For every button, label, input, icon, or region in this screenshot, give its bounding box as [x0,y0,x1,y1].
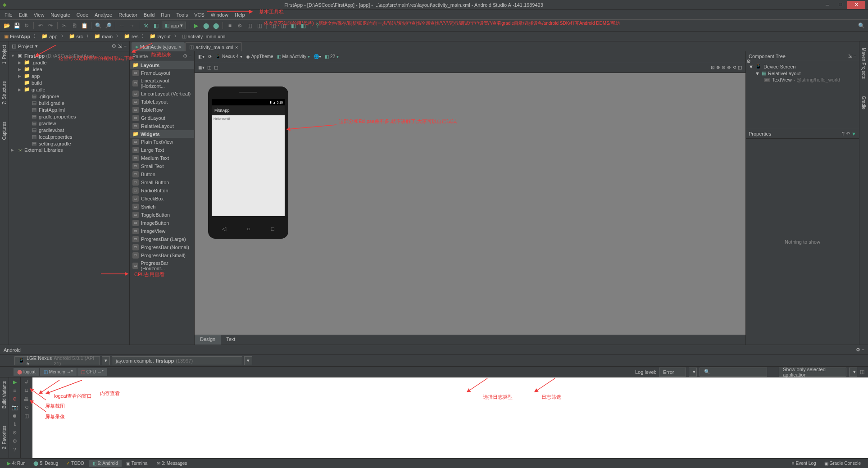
log-level-dropdown[interactable]: ▾ [689,368,697,377]
toggle-icon[interactable]: ◧▾ [198,54,205,59]
run-icon[interactable]: ▶ [192,22,200,30]
panel-hide-icon[interactable]: − [124,43,127,49]
crumb-layout[interactable]: 📁layout [148,33,172,39]
tab-android[interactable]: ◧6: Android [89,460,122,467]
menu-navigate[interactable]: Navigate [48,11,73,18]
ddms-icon[interactable]: ◧ [299,22,307,30]
palette-item[interactable]: ▭ImageView [130,227,194,235]
zoom-out-icon[interactable]: ⊖ [727,65,731,70]
palette-item[interactable]: ▭LinearLayout (Vertical) [130,90,194,98]
log-level-selector[interactable]: Error [659,368,686,377]
zoom-reset-icon[interactable]: ⊙ [722,65,725,70]
sidetab-maven[interactable]: Maven Projects [861,46,867,81]
menu-file[interactable]: File [2,11,15,18]
palette-item[interactable]: ▭CheckBox [130,195,194,203]
tree-item[interactable]: ▤gradlew.bat [9,127,129,133]
logcat-output[interactable]: 内存查看 logcat查看的窗口 屏幕截图 屏幕录像 选择日志类型 日志筛选 [32,377,868,458]
mode-icon[interactable]: ◫ [214,65,218,70]
refresh-icon[interactable]: ⟲ [732,65,736,70]
tree-item[interactable]: ▤build.gradle [9,100,129,106]
refresh-icon[interactable]: ↻ [23,22,31,30]
replace-icon[interactable]: 🔎 [104,22,112,30]
sdk-icon[interactable]: ◧ [289,22,297,30]
palette-item[interactable]: ▭TableRow [130,106,194,114]
tab-design[interactable]: Design [195,335,221,345]
palette-item[interactable]: ▭Small Text [130,162,194,170]
palette-item[interactable]: ▭Medium Text [130,154,194,162]
help-icon[interactable]: ? [842,131,845,136]
palette-item[interactable]: ▭GridLayout [130,114,194,122]
panel-gear-icon[interactable]: ⚙ [746,59,751,64]
close-button[interactable]: ✕ [847,1,865,9]
find-icon[interactable]: 🔍 [94,22,102,30]
tool-icon[interactable]: ⚙ [236,22,244,30]
theme-selector[interactable]: ◉AppTheme [246,54,273,59]
crumb-project[interactable]: ▣FirstApp [3,33,32,39]
run-icon[interactable]: ▶ [13,379,17,385]
screenshot-icon[interactable]: 📷 [12,404,18,410]
palette-item[interactable]: ▭RelativeLayout [130,122,194,130]
palette-category[interactable]: 📁Widgets [130,130,194,138]
sidetab-favorites[interactable]: 2: Favorites [1,424,7,451]
tab-gradle-console[interactable]: ▣ Gradle Console [821,460,864,467]
crumb-res[interactable]: 📁res [123,33,140,39]
tab-logcat[interactable]: ⬤logcat [14,368,39,376]
zoom-in-icon[interactable]: ⊕ [716,65,720,70]
sidetab-gradle[interactable]: Gradle [861,94,867,111]
tree-item[interactable]: ▶📁.gradle [9,59,129,66]
gradle-sync-icon[interactable]: ◫ [269,22,277,30]
wrap-icon[interactable]: ↲ [24,379,28,385]
tab-debug[interactable]: ⬤5: Debug [30,460,62,467]
filter-icon[interactable]: ▼ [851,131,856,136]
mode-icon[interactable]: ◫ [207,65,211,70]
palette-gear-icon[interactable]: ⚙ [183,53,187,59]
component-tree[interactable]: ▼📱Device Screen ▼▦RelativeLayout AbTextV… [746,61,859,129]
menu-view[interactable]: View [31,11,47,18]
settings-icon[interactable]: ⚙ [13,438,17,444]
make-icon[interactable]: ⚒ [142,22,150,30]
search-everywhere-icon[interactable]: 🔍 [857,22,865,30]
tab-memory[interactable]: ◫Memory →* [40,368,77,376]
cut-icon[interactable]: ✂ [60,22,68,30]
close-tab-icon[interactable]: × [178,44,181,50]
palette-item[interactable]: ▭Large Text [130,146,194,154]
palette-item[interactable]: ▭Small Button [130,178,194,186]
tree-item[interactable]: ▤gradlew [9,120,129,127]
palette-item[interactable]: ▭FrameLayout [130,69,194,77]
zoom-fit-icon[interactable]: ⊡ [711,65,714,70]
sidetab-structure[interactable]: 7: Structure [1,79,7,106]
help-icon[interactable]: ? [313,22,321,30]
palette-hide-icon[interactable]: − [189,53,191,59]
crumb-src[interactable]: 📁src [68,33,85,39]
device-selector[interactable]: 📱Nexus 4▾ [215,54,242,59]
layout-preview[interactable]: ▮▲5:10 FirstApp Hello world! ◁○□ 这部分和Ecl… [195,73,745,335]
menu-analyze[interactable]: Analyze [92,11,115,18]
settings-icon[interactable]: ◫ [738,65,742,70]
sidetab-project[interactable]: 1: Project [1,43,7,66]
tree-item[interactable]: ▤local.properties [9,133,129,140]
android-config-icon[interactable]: ◧ [152,22,160,30]
palette-item[interactable]: ▭RadioButton [130,186,194,195]
back-icon[interactable]: ← [118,22,126,30]
help-icon[interactable]: ? [13,447,16,452]
tree-item[interactable]: 📁build [9,79,129,86]
menu-edit[interactable]: Edit [16,11,30,18]
save-icon[interactable]: 💾 [13,22,21,30]
undo-icon[interactable]: ↶ [36,22,45,30]
palette-item[interactable]: ▭ImageButton [130,219,194,227]
orientation-icon[interactable]: ⟳ [208,54,212,59]
palette-item[interactable]: ▭ProgressBar (Horizont... [130,259,194,272]
avd-icon[interactable]: ◫ [279,22,287,30]
locale-icon[interactable]: 🌐▾ [314,54,321,59]
api-selector[interactable]: ◧22▾ [325,54,339,59]
menu-tools[interactable]: Tools [173,11,191,18]
redo-icon[interactable]: ↷ [46,22,55,30]
device-selector[interactable]: 📱 LGE Nexus 5 Android 5.0.1 (API 21) [14,356,100,365]
menu-run[interactable]: Run [158,11,173,18]
tab-run[interactable]: ▶4: Run [4,460,29,467]
menu-build[interactable]: Build [141,11,157,18]
tree-item[interactable]: ▤settings.gradle [9,140,129,147]
process-selector[interactable]: jay.com.example.firstapp (13997) [112,356,242,365]
tree-item[interactable]: ▶📁gradle [9,86,129,93]
palette-item[interactable]: ▭Switch [130,203,194,211]
